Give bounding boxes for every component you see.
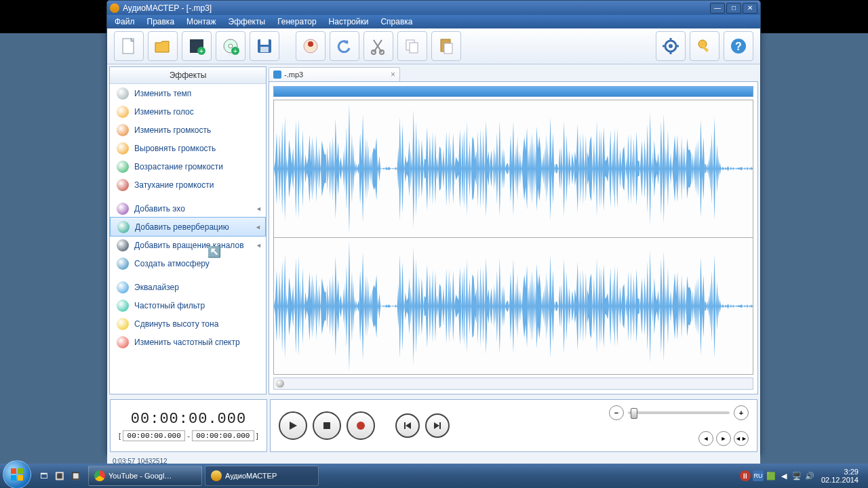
play-button[interactable] (279, 411, 307, 440)
undo-button[interactable] (330, 31, 359, 61)
file-icon (273, 70, 281, 79)
effect-label: Частотный фильтр (134, 301, 205, 310)
taskbar-item-audiomaster[interactable]: АудиоМАСТЕР (205, 466, 319, 486)
video-import-button[interactable]: + (182, 31, 212, 61)
waveform-channel-left (274, 100, 753, 238)
app-icon (110, 3, 119, 13)
tray-language-icon[interactable]: RU (753, 470, 764, 481)
prev-button[interactable] (395, 413, 420, 438)
effect-icon (117, 300, 129, 312)
effect-icon (117, 161, 129, 173)
effects-panel: Эффекты Изменить темпИзменить голосИзмен… (109, 66, 267, 394)
effect-icon (117, 281, 129, 293)
effect-item[interactable]: Выровнять громкость (110, 139, 266, 157)
effect-item[interactable]: Изменить громкость (110, 121, 266, 139)
open-file-button[interactable] (148, 31, 178, 61)
quick-launch-2[interactable]: 🔲 (69, 469, 83, 483)
effect-item[interactable]: Частотный фильтр (110, 296, 266, 314)
effect-item[interactable]: Изменить голос (110, 102, 266, 121)
svg-text:?: ? (735, 41, 742, 52)
start-button[interactable] (3, 460, 31, 488)
next-button[interactable] (425, 413, 450, 438)
transport-panel: − + ◄ ► ◄► (270, 399, 757, 452)
quick-launch-1[interactable]: 🔳 (53, 469, 66, 483)
record-mic-button[interactable] (296, 31, 326, 61)
fit-button[interactable]: ◄► (734, 431, 749, 446)
scroll-thumb[interactable] (276, 380, 284, 388)
tray-clock[interactable]: 3:29 02.12.2014 (817, 468, 863, 484)
svg-point-5 (229, 44, 233, 48)
svg-text:+: + (233, 47, 237, 55)
settings-button[interactable] (656, 31, 686, 61)
effect-label: Возрастание громкости (134, 162, 223, 171)
effect-item[interactable]: Добавить эхо◄ (110, 199, 266, 218)
save-button[interactable] (250, 31, 279, 61)
copy-button[interactable] (397, 31, 427, 61)
titlebar[interactable]: АудиоМАСТЕР - [-.mp3] — □ ✕ (107, 1, 760, 15)
app-window: АудиоМАСТЕР - [-.mp3] — □ ✕ Файл Правка … (106, 0, 761, 455)
effect-item[interactable]: Добавить вращение каналов◄ (110, 236, 266, 254)
menu-settings[interactable]: Настройки (323, 16, 375, 28)
effect-item[interactable]: Эквалайзер (110, 278, 266, 296)
paste-button[interactable] (431, 31, 461, 61)
stop-button[interactable] (313, 411, 341, 440)
tray-network-icon[interactable]: 🖥️ (791, 470, 802, 481)
tray-volume-icon[interactable]: 🔊 (804, 470, 815, 481)
effect-label: Создать атмосферу (134, 259, 210, 268)
minimize-button[interactable]: — (710, 3, 725, 14)
license-button[interactable] (690, 31, 719, 61)
horizontal-scrollbar[interactable] (273, 378, 753, 390)
new-file-button[interactable] (114, 31, 144, 61)
tray-icon-1[interactable]: ⏸ (740, 470, 751, 481)
waveform-display[interactable] (273, 100, 753, 375)
time-display: 00:00:00.000 (131, 411, 246, 428)
tray-icon-arrow[interactable]: ◀ (778, 470, 789, 481)
effect-label: Затухание громкости (134, 180, 214, 190)
tray-safely-remove-icon[interactable]: 🟩 (766, 470, 776, 481)
show-desktop-button[interactable]: 🗔 (37, 469, 50, 483)
skip-fwd-button[interactable]: ► (716, 431, 731, 446)
menu-help[interactable]: Справка (374, 16, 418, 28)
menubar: Файл Правка Монтаж Эффекты Генератор Нас… (107, 15, 760, 28)
effect-item[interactable]: Изменить частотный спектр (110, 333, 266, 351)
effect-item[interactable]: Изменить темп (110, 84, 266, 102)
svg-rect-31 (323, 422, 330, 429)
effect-item[interactable]: Сдвинуть высоту тона (110, 314, 266, 333)
menu-effects[interactable]: Эффекты (222, 16, 272, 28)
effects-header: Эффекты (110, 67, 266, 84)
sel-end-input[interactable] (192, 430, 254, 441)
maximize-button[interactable]: □ (726, 3, 741, 14)
svg-rect-16 (410, 43, 418, 53)
skip-back-button[interactable]: ◄ (698, 431, 713, 446)
effect-item[interactable]: Возрастание громкости (110, 157, 266, 176)
sel-start-input[interactable] (123, 430, 185, 441)
menu-edit[interactable]: Правка (141, 16, 181, 28)
svg-rect-33 (11, 468, 16, 474)
effect-label: Сдвинуть высоту тона (134, 319, 218, 329)
svg-point-32 (357, 422, 365, 430)
close-button[interactable]: ✕ (743, 3, 757, 14)
file-tab[interactable]: -.mp3 × (269, 67, 400, 81)
effect-label: Эквалайзер (134, 283, 179, 292)
effect-item[interactable]: Затухание громкости (110, 176, 266, 194)
cd-import-button[interactable]: + (216, 31, 245, 61)
cut-button[interactable] (363, 31, 393, 61)
taskbar-item-chrome[interactable]: YouTube - Googl… (88, 466, 202, 486)
effect-item[interactable]: Создать атмосферу (110, 254, 266, 272)
record-button[interactable] (347, 411, 375, 440)
menu-generator[interactable]: Генератор (271, 16, 322, 28)
effect-label: Добавить вращение каналов (134, 241, 244, 250)
effect-item[interactable]: Добавить реверберацию◄ (110, 217, 266, 237)
menu-file[interactable]: Файл (108, 16, 141, 28)
waveform-channel-right (274, 238, 753, 375)
tab-close-button[interactable]: × (391, 70, 395, 79)
zoom-slider[interactable] (628, 411, 730, 414)
overview-bar[interactable] (273, 86, 753, 97)
help-button[interactable]: ? (724, 31, 753, 61)
menu-montage[interactable]: Монтаж (180, 16, 222, 28)
effect-icon (117, 336, 129, 348)
toolbar: + + ? (107, 28, 760, 64)
effect-label: Изменить темп (134, 89, 191, 98)
zoom-out-button[interactable]: − (609, 405, 624, 420)
zoom-in-button[interactable]: + (734, 405, 749, 420)
